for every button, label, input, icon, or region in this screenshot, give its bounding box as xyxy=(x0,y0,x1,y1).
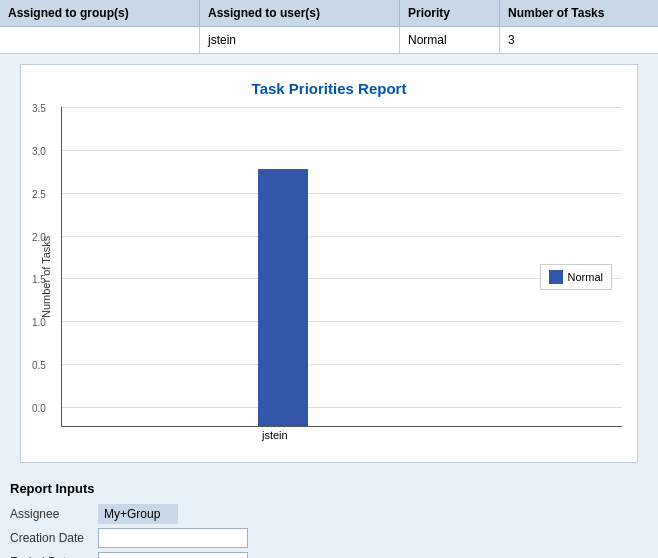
grid-line: 0.5 xyxy=(62,364,622,365)
cell-tasks: 3 xyxy=(500,27,658,53)
grid-line: 0.0 xyxy=(62,407,622,408)
col-header-group: Assigned to group(s) xyxy=(0,0,200,26)
y-tick-label: 1.0 xyxy=(32,317,46,328)
grid-line: 1.0 xyxy=(62,321,622,322)
chart-inner: 0.00.51.01.52.02.53.03.5 jstein xyxy=(61,107,622,447)
y-tick-label: 1.5 xyxy=(32,274,46,285)
report-inputs-title: Report Inputs xyxy=(10,481,648,496)
ended-date-row: Ended Date xyxy=(10,552,648,558)
col-header-priority: Priority xyxy=(400,0,500,26)
chart-grid: 0.00.51.01.52.02.53.03.5 xyxy=(61,107,622,427)
grid-line: 3.5 xyxy=(62,107,622,108)
y-tick-label: 2.5 xyxy=(32,188,46,199)
table-row: jstein Normal 3 xyxy=(0,27,658,54)
y-tick-label: 3.5 xyxy=(32,103,46,114)
x-axis-labels: jstein xyxy=(61,427,622,447)
y-tick-label: 3.0 xyxy=(32,145,46,156)
chart-container: Task Priorities Report Number of Tasks 0… xyxy=(20,64,638,463)
cell-priority: Normal xyxy=(400,27,500,53)
assignee-row: Assignee My+Group xyxy=(10,504,648,524)
cell-user: jstein xyxy=(200,27,400,53)
grid-line: 2.0 xyxy=(62,236,622,237)
grid-line: 3.0 xyxy=(62,150,622,151)
legend-color-normal xyxy=(549,270,563,284)
grid-line: 1.5 xyxy=(62,278,622,279)
bar-jstein xyxy=(258,169,308,426)
y-tick-label: 2.0 xyxy=(32,231,46,242)
assignee-label: Assignee xyxy=(10,507,90,521)
chart-legend: Normal xyxy=(540,264,612,290)
chart-title: Task Priorities Report xyxy=(36,80,622,97)
ended-date-input[interactable] xyxy=(98,552,248,558)
grid-line: 2.5 xyxy=(62,193,622,194)
assignee-value: My+Group xyxy=(98,504,178,524)
legend-label-normal: Normal xyxy=(568,271,603,283)
table-header: Assigned to group(s) Assigned to user(s)… xyxy=(0,0,658,27)
y-tick-label: 0.0 xyxy=(32,403,46,414)
col-header-user: Assigned to user(s) xyxy=(200,0,400,26)
report-inputs-section: Report Inputs Assignee My+Group Creation… xyxy=(0,473,658,558)
col-header-tasks: Number of Tasks xyxy=(500,0,658,26)
creation-date-row: Creation Date xyxy=(10,528,648,548)
creation-date-input[interactable] xyxy=(98,528,248,548)
x-tick-label: jstein xyxy=(262,429,288,441)
creation-date-label: Creation Date xyxy=(10,531,90,545)
y-tick-label: 0.5 xyxy=(32,360,46,371)
chart-area: Number of Tasks 0.00.51.01.52.02.53.03.5… xyxy=(36,107,622,447)
cell-group xyxy=(0,27,200,53)
